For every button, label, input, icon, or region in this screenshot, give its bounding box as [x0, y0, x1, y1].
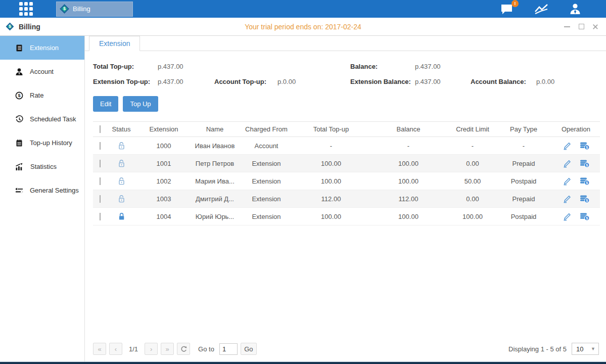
- cell-balance: 100.00: [367, 160, 450, 167]
- cell-total-topup: 100.00: [295, 177, 367, 185]
- cell-credit-limit: 50.00: [450, 177, 495, 185]
- app-launcher-button[interactable]: [17, 0, 35, 18]
- user-account-button[interactable]: [569, 3, 582, 15]
- topup-row-button[interactable]: $: [580, 212, 590, 221]
- notepad-icon: [15, 139, 23, 147]
- first-page-button[interactable]: «: [93, 343, 106, 355]
- maximize-button[interactable]: [578, 23, 585, 30]
- close-icon: [592, 24, 598, 30]
- cell-pay-type: Postpaid: [495, 213, 552, 220]
- lock-open-icon: [118, 159, 125, 168]
- person-icon: [15, 68, 23, 76]
- trial-notice: Your trial period ends on: 2017-02-24: [0, 23, 606, 31]
- cell-extension: 1003: [135, 195, 192, 203]
- row-checkbox[interactable]: [100, 177, 101, 185]
- cell-total-topup: 112.00: [295, 195, 367, 203]
- edit-row-button[interactable]: [563, 159, 572, 168]
- sidebar-item-topup-history[interactable]: Top-up History: [0, 131, 84, 155]
- tab-extension[interactable]: Extension: [89, 36, 140, 51]
- sidebar-item-label: Statistics: [30, 163, 57, 170]
- cell-balance: -: [367, 142, 450, 150]
- cell-credit-limit: 100.00: [450, 213, 495, 220]
- cell-balance: 100.00: [367, 213, 450, 220]
- sidebar-item-scheduled-task[interactable]: Scheduled Task: [0, 107, 84, 131]
- balance-label: Balance:: [350, 63, 415, 70]
- cell-credit-limit: -: [450, 142, 495, 150]
- col-credit-limit: Credit Limit: [450, 125, 495, 133]
- cell-balance: 112.00: [367, 195, 450, 203]
- topup-row-button[interactable]: $: [580, 195, 590, 203]
- ledger-icon: [15, 44, 23, 52]
- cell-name: Петр Петров: [192, 160, 238, 167]
- total-topup-label: Total Top-up:: [93, 63, 158, 70]
- extension-topup-label: Extension Top-up:: [93, 78, 158, 85]
- sidebar-item-label: Account: [30, 68, 54, 75]
- col-total-topup: Total Top-up: [295, 125, 367, 133]
- select-all-checkbox[interactable]: [100, 125, 101, 133]
- next-page-button[interactable]: ›: [145, 343, 158, 355]
- minimize-icon: [564, 26, 570, 27]
- go-button[interactable]: Go: [241, 343, 257, 355]
- cell-name: Мария Ива...: [192, 177, 238, 185]
- col-pay-type: Pay Type: [495, 125, 552, 133]
- edit-row-button[interactable]: [563, 195, 572, 203]
- extensions-table: Status Extension Name Charged From Total…: [93, 121, 600, 225]
- table-header-row: Status Extension Name Charged From Total…: [93, 122, 600, 137]
- window-title: Billing: [19, 23, 40, 31]
- extension-balance-label: Extension Balance:: [350, 78, 415, 85]
- taskbar-tab-label: Billing: [73, 5, 90, 13]
- sidebar-item-rate[interactable]: $ Rate: [0, 83, 84, 107]
- refresh-icon: [180, 346, 187, 352]
- notifications-button[interactable]: !: [500, 3, 514, 15]
- content-panel: Extension Total Top-up: p.437.00 Balance…: [85, 36, 606, 361]
- sidebar-item-account[interactable]: Account: [0, 60, 84, 83]
- topup-button[interactable]: Top Up: [123, 96, 158, 112]
- cell-credit-limit: 0.00: [450, 160, 495, 167]
- row-checkbox[interactable]: [100, 213, 101, 220]
- sidebar-item-label: Rate: [30, 92, 43, 99]
- taskbar-tab-billing[interactable]: $ Billing: [56, 2, 133, 17]
- topup-row-button[interactable]: $: [580, 177, 590, 186]
- sidebar-item-extension[interactable]: Extension: [0, 36, 84, 60]
- close-button[interactable]: [592, 23, 599, 30]
- page-indicator: 1/1: [129, 345, 138, 353]
- chevron-down-icon: ▼: [591, 346, 595, 351]
- clock-history-icon: [15, 115, 23, 123]
- cell-pay-type: -: [495, 142, 552, 150]
- total-topup-value: p.437.00: [158, 63, 214, 70]
- account-topup-value: p.0.00: [277, 78, 350, 85]
- cell-name: Юрий Юрь...: [192, 213, 238, 220]
- line-chart-icon: [534, 3, 548, 15]
- billing-app-icon: $: [60, 4, 69, 13]
- table-row: 1002 Мария Ива... Extension 100.00 100.0…: [93, 172, 600, 190]
- minimize-button[interactable]: [564, 23, 571, 30]
- refresh-button[interactable]: [177, 343, 190, 355]
- col-balance: Balance: [367, 125, 450, 133]
- prev-page-button[interactable]: ‹: [109, 343, 122, 355]
- edit-row-button[interactable]: [563, 177, 572, 186]
- topup-row-button[interactable]: $: [580, 142, 590, 150]
- sidebar-item-label: Top-up History: [30, 139, 72, 147]
- sidebar-item-statistics[interactable]: Statistics: [0, 155, 84, 178]
- cell-extension: 1002: [135, 177, 192, 185]
- edit-row-button[interactable]: [563, 212, 572, 221]
- table-row: 1001 Петр Петров Extension 100.00 100.00…: [93, 155, 600, 172]
- taskbar: $ Billing !: [0, 0, 606, 18]
- balance-value: p.437.00: [415, 63, 471, 70]
- topup-row-button[interactable]: $: [580, 159, 590, 168]
- account-topup-label: Account Top-up:: [214, 78, 277, 85]
- resource-monitor-button[interactable]: [534, 3, 548, 15]
- row-checkbox[interactable]: [100, 195, 101, 203]
- sidebar-item-label: Scheduled Task: [30, 115, 76, 123]
- edit-row-button[interactable]: [563, 142, 572, 150]
- row-checkbox[interactable]: [100, 142, 101, 150]
- row-checkbox[interactable]: [100, 160, 101, 167]
- goto-label: Go to: [198, 345, 214, 353]
- edit-button[interactable]: Edit: [93, 96, 118, 112]
- sidebar-item-general-settings[interactable]: General Settings: [0, 178, 84, 202]
- last-page-button[interactable]: »: [161, 343, 174, 355]
- cell-charged-from: Extension: [238, 177, 295, 185]
- goto-page-input[interactable]: [219, 343, 238, 355]
- tab-strip: Extension: [85, 36, 606, 51]
- page-size-select[interactable]: 10 ▼: [572, 343, 599, 355]
